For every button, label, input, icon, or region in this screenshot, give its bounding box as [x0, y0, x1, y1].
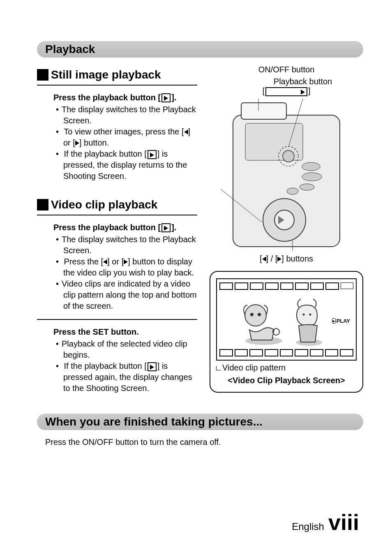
lr-buttons-label: [] / [] buttons — [210, 254, 363, 264]
onoff-label: ON/OFF button — [210, 65, 363, 74]
svg-point-19 — [258, 313, 261, 316]
svg-point-22 — [309, 313, 311, 315]
svg-point-6 — [302, 173, 322, 181]
video-s2-b2: If the playback button [] is pressed aga… — [63, 361, 197, 394]
still-bullet-2: To view other images, press the [] or []… — [63, 126, 197, 148]
subhead-still: Still image playback — [37, 68, 197, 81]
video-step2-head: Press the SET button. — [53, 327, 197, 337]
subhead-video-text: Video clip playback — [51, 198, 157, 211]
left-arrow-icon — [184, 130, 188, 134]
video-clip-illustration — [233, 291, 340, 348]
video-clip-screen: ▸ PLAY — [216, 278, 357, 361]
still-bullet-3: If the playback button [] is pressed, th… — [63, 148, 197, 182]
svg-point-3 — [283, 150, 294, 162]
step-rule — [37, 319, 197, 320]
video-s1-b2: Press the [] or [] button to display the… — [63, 256, 197, 278]
footer-page: viii — [328, 509, 359, 535]
svg-point-21 — [303, 313, 305, 315]
section-bar-finished: When you are finished taking pictures... — [37, 414, 363, 430]
play-icon — [148, 362, 157, 371]
right-arrow-icon — [277, 257, 281, 261]
section-title: Playback — [45, 43, 95, 56]
video-step1-head: Press the playback button [ ]. — [53, 223, 197, 232]
video-s1-b1: The display switches to the Playback Scr… — [63, 234, 197, 256]
svg-point-17 — [245, 305, 266, 326]
subhead-video: Video clip playback — [37, 198, 197, 211]
still-step-head: Press the playback button [ ]. — [53, 93, 197, 102]
page-footer: English viii — [292, 509, 359, 535]
right-arrow-icon — [75, 141, 79, 146]
still-bullets: The display switches to the Playback Scr… — [53, 104, 197, 182]
video-clip-playback-box: ▸ PLAY Video clip pattern <Video Clip Pl… — [210, 271, 363, 393]
left-arrow-icon — [103, 259, 107, 264]
svg-point-8 — [287, 188, 298, 194]
finished-text: Press the ON/OFF button to turn the came… — [45, 437, 363, 447]
left-arrow-icon — [262, 257, 266, 261]
subhead-still-text: Still image playback — [51, 68, 161, 81]
subhead-rule — [37, 215, 197, 215]
video-screen-caption: <Video Clip Playback Screen> — [216, 376, 357, 385]
svg-point-7 — [300, 184, 314, 190]
play-icon — [265, 87, 307, 96]
video-clip-pattern-top — [219, 282, 353, 290]
video-clip-pattern-bottom — [219, 349, 353, 356]
video-s2-b1: Playback of the selected video clip begi… — [63, 338, 197, 361]
svg-point-18 — [250, 313, 254, 316]
svg-point-5 — [302, 162, 320, 171]
play-icon — [161, 93, 171, 102]
play-indicator: ▸ PLAY — [332, 318, 350, 324]
section-bar-playback: Playback — [37, 41, 363, 58]
video-pattern-label: Video clip pattern — [216, 363, 357, 373]
footer-lang: English — [292, 521, 324, 532]
video-step2-bullets: Playback of the selected video clip begi… — [53, 338, 197, 394]
video-step1-bullets: The display switches to the Playback Scr… — [53, 234, 197, 312]
playback-btn-label: Playback button [] — [210, 77, 363, 96]
square-icon — [37, 69, 48, 81]
svg-rect-1 — [241, 103, 286, 119]
play-icon — [148, 150, 157, 159]
play-icon — [161, 223, 171, 232]
still-bullet-1: The display switches to the Playback Scr… — [63, 104, 197, 126]
subhead-rule — [37, 85, 197, 86]
video-s1-b3: Video clips are indicated by a video cli… — [63, 278, 197, 312]
section-title-finished: When you are finished taking pictures... — [45, 415, 263, 428]
square-icon — [37, 199, 48, 211]
camera-diagram — [221, 99, 352, 251]
right-arrow-icon — [124, 259, 128, 264]
